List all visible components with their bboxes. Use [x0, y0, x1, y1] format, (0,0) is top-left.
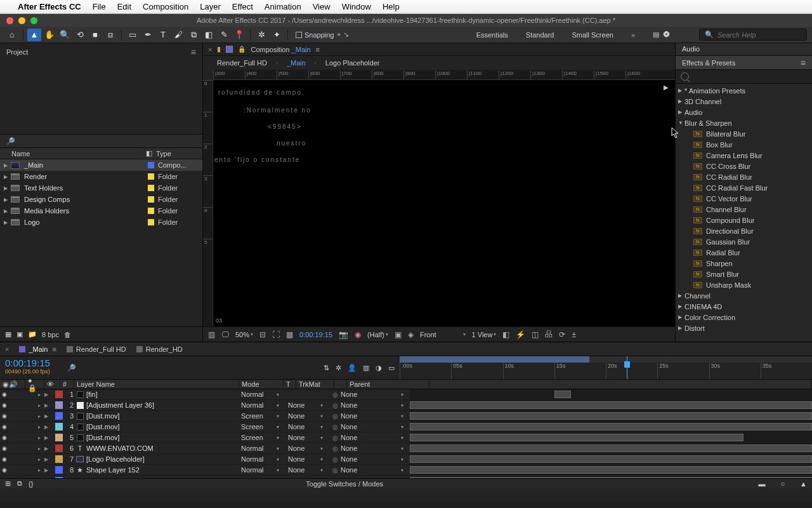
- project-col-name[interactable]: Name: [0, 150, 146, 157]
- pan-behind-tool[interactable]: ⧈: [103, 29, 117, 41]
- ruler-vertical[interactable]: 012345: [203, 80, 213, 326]
- timeline-search[interactable]: 🔎: [63, 356, 324, 379]
- app-name[interactable]: After Effects CC: [18, 2, 81, 11]
- type-tool[interactable]: T: [156, 29, 170, 41]
- timeline-layer-row[interactable]: ◉ ▸▶ 5 [Dust.mov] Screen▾ None▾ ◎ None▾: [0, 432, 812, 443]
- clone-tool[interactable]: ⧉: [187, 29, 200, 41]
- project-item-list[interactable]: ▶ _Main Compo...▶ Render Folder▶ Text Ho…: [0, 159, 202, 326]
- effect-item[interactable]: fxUnsharp Mask: [676, 279, 812, 290]
- zoom-tool[interactable]: 🔍: [58, 29, 72, 41]
- effect-item[interactable]: fxCC Cross Blur: [676, 161, 812, 171]
- audio-panel-header[interactable]: Audio: [676, 43, 812, 56]
- menu-animation[interactable]: Animation: [265, 2, 301, 11]
- menu-help[interactable]: Help: [383, 2, 400, 11]
- search-help-input[interactable]: [717, 31, 801, 39]
- timeline-layer-row[interactable]: ◉ ▸▶ 3 [Dust.mov] Screen▾ None▾ ◎ None▾: [0, 411, 812, 422]
- ruler-horizontal[interactable]: |300|400|500|600|700|800|900|1000|1100|1…: [213, 70, 675, 80]
- project-col-label-icon[interactable]: ◧: [146, 149, 156, 157]
- effect-item[interactable]: fxSmart Blur: [676, 269, 812, 279]
- effect-item[interactable]: fxDirectional Blur: [676, 225, 812, 236]
- current-time-indicator[interactable]: [627, 356, 627, 379]
- effect-item[interactable]: fxRadial Blur: [676, 247, 812, 258]
- zoom-dropdown[interactable]: 50%▾: [235, 331, 253, 338]
- effect-category[interactable]: ▶* Animation Presets: [676, 85, 812, 96]
- timeline-layer-row[interactable]: ◉ ▸▶ 4 [Dust.mov] Screen▾ None▾ ◎ None▾: [0, 422, 812, 432]
- camera-tool[interactable]: ■: [88, 29, 102, 41]
- fast-preview-icon[interactable]: ⚡: [516, 330, 525, 339]
- workspace-standard[interactable]: Standard: [526, 31, 554, 39]
- new-folder-icon[interactable]: 📁: [28, 330, 37, 338]
- crumb-main[interactable]: _Main: [287, 59, 306, 67]
- project-col-type[interactable]: Type: [156, 150, 202, 157]
- effect-category[interactable]: ▶Audio: [676, 107, 812, 117]
- menu-composition[interactable]: Composition: [143, 2, 188, 11]
- snapshot-icon[interactable]: 📷: [339, 330, 348, 339]
- effect-category[interactable]: ▶CINEMA 4D: [676, 301, 812, 312]
- brush-tool[interactable]: 🖌: [171, 29, 185, 41]
- 3d-view-icon[interactable]: ◈: [408, 330, 414, 339]
- roto-tool[interactable]: ✎: [217, 29, 231, 41]
- zoom-slider-handle[interactable]: ○: [780, 480, 785, 488]
- flowchart-icon[interactable]: 品: [545, 329, 553, 340]
- home-button[interactable]: ⌂: [5, 29, 19, 41]
- transparency-grid-icon[interactable]: ▦: [286, 330, 293, 339]
- toggle-switches-modes[interactable]: Toggle Switches / Modes: [306, 480, 383, 488]
- project-panel-menu-icon[interactable]: ≡: [191, 47, 196, 57]
- selection-tool[interactable]: ▲: [27, 29, 41, 41]
- world-axis-icon[interactable]: ✦: [270, 29, 284, 41]
- effect-item[interactable]: fxChannel Blur: [676, 204, 812, 215]
- reset-exposure-icon[interactable]: ⟳: [559, 330, 565, 339]
- effects-search[interactable]: [676, 70, 812, 84]
- timeline-tab-close-icon[interactable]: ×: [5, 345, 9, 353]
- timeline-tab-render-full[interactable]: Render_Full HD: [67, 345, 126, 353]
- local-axis-icon[interactable]: ✲: [254, 29, 268, 41]
- timeline-layer-row[interactable]: ◉ ▸▶ 6 T WWW.ENVATO.COM Normal▾ None▾ ◎ …: [0, 443, 812, 454]
- menu-view[interactable]: View: [313, 2, 331, 11]
- project-item[interactable]: ▶ Render Folder: [0, 171, 202, 182]
- timeline-tab-main[interactable]: _Main≡: [19, 345, 56, 353]
- project-item[interactable]: ▶ _Main Compo...: [0, 159, 202, 171]
- effect-item[interactable]: fxCamera Lens Blur: [676, 150, 812, 161]
- puppet-tool[interactable]: 📍: [232, 29, 246, 41]
- new-comp-icon[interactable]: ▣: [16, 330, 23, 338]
- timeline-tab-render-hd[interactable]: Render_HD: [136, 345, 183, 353]
- comp-mini-flow-icon[interactable]: ⇅: [324, 364, 329, 372]
- res-lock-icon[interactable]: ⊟: [259, 330, 266, 339]
- tl-foot-icon2[interactable]: ⧉: [17, 479, 22, 488]
- timeline-icon[interactable]: ◫: [532, 330, 539, 339]
- zoom-in-icon[interactable]: ▲: [800, 480, 807, 488]
- camera-dropdown[interactable]: Front▾: [420, 331, 466, 338]
- project-item[interactable]: ▶ Logo Folder: [0, 217, 202, 228]
- time-ruler[interactable]: :00s05s10s15s20s25s30s35s: [400, 356, 812, 379]
- effect-item[interactable]: fxCompound Blur: [676, 215, 812, 225]
- tl-foot-icon3[interactable]: {}: [29, 480, 33, 488]
- snap-opt2-icon[interactable]: ↘: [343, 30, 349, 39]
- shape-tool[interactable]: ▭: [126, 29, 140, 41]
- resolution-dropdown[interactable]: (Half)▾: [367, 331, 388, 338]
- show-channel-icon[interactable]: ◉: [355, 330, 361, 339]
- project-item[interactable]: ▶ Design Comps Folder: [0, 194, 202, 205]
- effects-tree[interactable]: ▶* Animation Presets▶3D Channel▶Audio▼Bl…: [676, 84, 812, 342]
- menu-edit[interactable]: Edit: [117, 2, 131, 11]
- effect-category[interactable]: ▶3D Channel: [676, 96, 812, 107]
- effect-category[interactable]: ▼Blur & Sharpen: [676, 117, 812, 128]
- roi-icon[interactable]: ⛶: [272, 330, 280, 339]
- search-help-field[interactable]: 🔍: [699, 29, 807, 41]
- comp-tab-flag-icon[interactable]: ▮: [217, 45, 221, 53]
- orbit-tool[interactable]: ⟲: [73, 29, 87, 41]
- current-time[interactable]: 0:00:19:15: [299, 331, 332, 338]
- project-bpc[interactable]: 8 bpc: [42, 331, 59, 338]
- menu-effect[interactable]: Effect: [232, 2, 253, 11]
- frame-blend-icon[interactable]: ▥: [363, 364, 369, 372]
- magnify-grid-icon[interactable]: ▥: [208, 330, 215, 339]
- crumb-render[interactable]: Render_Full HD: [217, 59, 267, 67]
- effects-panel-menu-icon[interactable]: ≡: [801, 58, 806, 68]
- timeline-layer-row[interactable]: ◉ ▸▶ 2 [Adjustment Layer 36] Normal▾ Non…: [0, 400, 812, 411]
- snap-opt-icon[interactable]: ⌖: [337, 30, 341, 39]
- comp-tab-menu-icon[interactable]: ≡: [316, 46, 320, 53]
- workspace-essentials[interactable]: Essentials: [476, 31, 508, 39]
- graph-editor-icon[interactable]: ▭: [388, 364, 395, 372]
- menu-window[interactable]: Window: [342, 2, 371, 11]
- snapping-toggle[interactable]: Snapping ⌖ ↘: [296, 30, 349, 39]
- effect-item[interactable]: fxGaussian Blur: [676, 236, 812, 247]
